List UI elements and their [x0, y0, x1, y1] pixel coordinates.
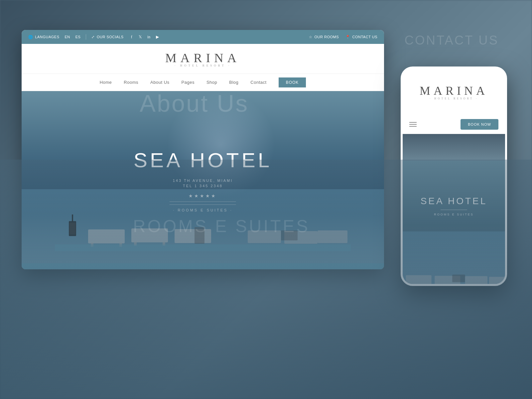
- background-scene: [0, 0, 532, 399]
